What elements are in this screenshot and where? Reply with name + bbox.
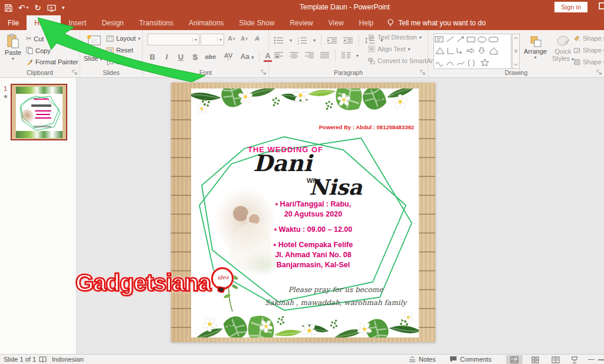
prayer-line-1: Please pray for us become bbox=[241, 283, 419, 296]
tab-help[interactable]: Help bbox=[352, 15, 382, 30]
increase-font-size-button[interactable]: A▴ bbox=[228, 35, 235, 42]
groom-name[interactable]: Dani bbox=[235, 150, 330, 176]
font-name-combobox[interactable]: ▾ bbox=[147, 34, 199, 45]
reading-view-button[interactable] bbox=[547, 355, 564, 364]
copy-button[interactable]: Copy bbox=[26, 47, 51, 54]
layout-icon bbox=[106, 35, 114, 42]
font-size-combobox[interactable]: ▾ bbox=[201, 34, 224, 45]
tab-view[interactable]: View bbox=[321, 15, 352, 30]
tab-slide-show[interactable]: Slide Show bbox=[231, 15, 282, 30]
start-from-beginning-icon[interactable] bbox=[47, 4, 56, 12]
shape-outline-icon bbox=[573, 47, 580, 54]
redo-icon[interactable]: ↻ bbox=[34, 2, 41, 13]
format-painter-icon bbox=[26, 58, 33, 65]
tab-transitions[interactable]: Transitions bbox=[132, 15, 181, 30]
reset-button[interactable]: Reset bbox=[106, 47, 133, 54]
new-slide-button[interactable]: New Slide ▾ bbox=[84, 34, 103, 62]
slide-1-thumbnail[interactable] bbox=[11, 84, 67, 140]
notes-button[interactable]: Notes bbox=[409, 356, 436, 363]
format-painter-button[interactable]: Format Painter bbox=[26, 58, 78, 65]
lightbulb-icon bbox=[387, 19, 394, 27]
prayer-text[interactable]: Please pray for us become Sakinah , mawa… bbox=[241, 283, 419, 309]
slide-sorter-view-button[interactable] bbox=[527, 355, 543, 364]
slide-canvas[interactable]: Powered By : Abdul : 081258483392 THE WE… bbox=[171, 83, 435, 342]
tell-me-box[interactable]: Tell me what you want to do bbox=[381, 15, 491, 30]
shape-fill-button[interactable]: Shape Fill▾ bbox=[573, 35, 604, 42]
normal-view-button[interactable] bbox=[506, 355, 523, 364]
customize-qat-icon[interactable]: ▾ bbox=[62, 2, 65, 13]
paste-button[interactable]: Paste ▾ bbox=[5, 34, 21, 61]
justify-button[interactable] bbox=[320, 52, 330, 59]
align-right-button[interactable] bbox=[304, 52, 314, 59]
tab-animations[interactable]: Animations bbox=[181, 15, 231, 30]
shape-effects-button[interactable]: Shape Effects▾ bbox=[573, 58, 604, 65]
group-paragraph: ▾ ▾ ▾ ▾ Text Direction▾ Align Text▾ bbox=[269, 30, 428, 77]
tab-design[interactable]: Design bbox=[94, 15, 131, 30]
quick-styles-button[interactable]: Quick Styles ▾ bbox=[552, 35, 574, 62]
shape-outline-button[interactable]: Shape Outline▾ bbox=[573, 47, 604, 54]
align-text-button[interactable]: Align Text▾ bbox=[368, 45, 411, 53]
language-indicator[interactable]: Indonesian bbox=[52, 356, 84, 363]
save-icon[interactable] bbox=[5, 4, 12, 12]
shape-effects-icon bbox=[573, 58, 580, 65]
columns-button[interactable] bbox=[341, 52, 351, 59]
bride-name[interactable]: Nisa bbox=[288, 175, 383, 199]
powered-by-text[interactable]: Powered By : Abdul : 081258483392 bbox=[319, 124, 414, 130]
align-text-icon bbox=[368, 45, 375, 53]
character-spacing-button[interactable]: AV↔ bbox=[221, 52, 235, 61]
slide-show-button[interactable] bbox=[566, 355, 583, 364]
drawing-dialog-launcher[interactable] bbox=[596, 70, 602, 76]
titlebar-partial-icon[interactable] bbox=[599, 2, 604, 9]
align-center-button[interactable] bbox=[289, 52, 299, 59]
bullets-button[interactable] bbox=[274, 37, 284, 44]
reset-icon bbox=[106, 47, 114, 54]
proofing-icon[interactable] bbox=[39, 356, 47, 363]
align-left-button[interactable] bbox=[274, 52, 284, 59]
bold-button[interactable]: B bbox=[147, 53, 157, 61]
zoom-slider[interactable] bbox=[598, 359, 604, 360]
shapes-gallery[interactable] bbox=[434, 34, 511, 69]
increase-indent-button[interactable] bbox=[343, 37, 353, 44]
font-group-label: Font bbox=[143, 69, 268, 76]
quick-styles-icon bbox=[556, 35, 570, 48]
bulb-label: idea bbox=[217, 274, 229, 281]
paste-icon bbox=[6, 34, 19, 49]
italic-button[interactable]: I bbox=[162, 53, 172, 61]
slides-group-label: Slides bbox=[80, 69, 142, 76]
tab-review[interactable]: Review bbox=[282, 15, 320, 30]
arrange-button[interactable]: Arrange ▾ bbox=[524, 35, 547, 60]
change-case-button[interactable]: Aa ▾ bbox=[239, 53, 255, 61]
font-dialog-launcher[interactable] bbox=[261, 70, 267, 76]
undo-icon[interactable]: ↶▾ bbox=[18, 2, 28, 13]
strikethrough-button[interactable]: abc bbox=[204, 53, 217, 60]
group-font: ▾ ▾ A▴ A▾ A B I U S abc AV↔ Aa ▾ A ▾ Fon… bbox=[143, 30, 269, 77]
shapes-gallery-scrollbar[interactable] bbox=[512, 34, 520, 69]
sign-in-button[interactable]: Sign in bbox=[554, 2, 587, 12]
text-direction-button[interactable]: Text Direction▾ bbox=[368, 34, 422, 41]
tab-insert[interactable]: Insert bbox=[61, 15, 94, 30]
invitation-card: Powered By : Abdul : 081258483392 THE WE… bbox=[191, 88, 419, 337]
zoom-out-button[interactable]: — bbox=[588, 355, 595, 362]
group-drawing: Arrange ▾ Quick Styles ▾ Shape Fill▾ Sha… bbox=[428, 30, 604, 77]
decrease-indent-button[interactable] bbox=[327, 37, 337, 44]
text-shadow-button[interactable]: S bbox=[190, 53, 200, 61]
event-details[interactable]: • Hari/Tanggal : Rabu, 20 Agutsus 2020 •… bbox=[228, 199, 399, 270]
tab-home[interactable]: Home bbox=[27, 15, 61, 30]
gadgetsiana-watermark: Gadgetsiana idea bbox=[76, 270, 211, 296]
comments-button[interactable]: Comments bbox=[449, 356, 491, 363]
cut-button[interactable]: ✂ Cut bbox=[26, 35, 44, 42]
thumbnail-slide-number: 1 bbox=[4, 85, 7, 92]
paragraph-dialog-launcher[interactable] bbox=[420, 70, 426, 76]
decrease-font-size-button[interactable]: A▾ bbox=[241, 35, 248, 42]
section-button[interactable]: Section▾ bbox=[106, 58, 143, 65]
layout-button[interactable]: Layout▾ bbox=[106, 35, 140, 42]
ribbon-tab-row: File Home Insert Design Transitions Anim… bbox=[0, 15, 604, 30]
clipboard-dialog-launcher[interactable] bbox=[72, 70, 78, 76]
group-slides: New Slide ▾ Layout▾ Reset Section▾ Slide… bbox=[80, 30, 143, 77]
clear-formatting-button[interactable]: A bbox=[255, 35, 260, 42]
cut-icon: ✂ bbox=[26, 35, 31, 42]
numbering-button[interactable] bbox=[297, 37, 308, 44]
tab-file[interactable]: File bbox=[0, 15, 27, 30]
underline-button[interactable]: U bbox=[176, 53, 186, 61]
leaf-border-top bbox=[191, 88, 419, 122]
